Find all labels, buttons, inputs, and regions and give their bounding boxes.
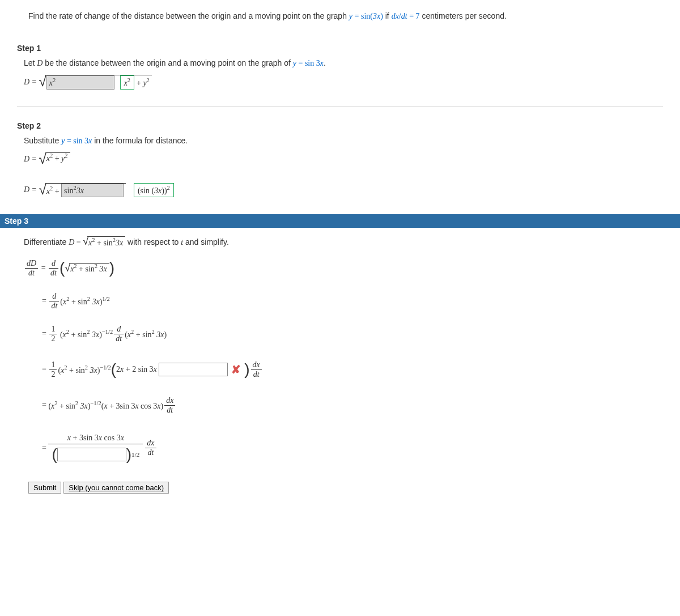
- step1-formula: D = √ x2 x2 + y2: [24, 75, 663, 90]
- step3-blank2-input[interactable]: [57, 448, 126, 461]
- step3-blank1-input[interactable]: [159, 363, 228, 376]
- wrong-icon: ✘: [231, 363, 241, 376]
- step2-text: Substitute y = sin 3x in the formula for…: [24, 136, 663, 146]
- step3-line3: = 12 (x2 + sin2 3x)−1/2 ddt (x2 + sin2 3…: [24, 325, 663, 343]
- step3-line2: = ddt (x2 + sin2 3x)1/2: [24, 292, 663, 311]
- skip-button[interactable]: Skip (you cannot come back): [63, 482, 169, 494]
- step3-line5: = (x2 + sin2 3x)−1/2(x + 3sin 3x cos 3x)…: [24, 396, 663, 415]
- step2-line2: D = √ x2 + sin23x (sin (3x))2: [24, 183, 663, 198]
- problem-suffix: centimeters per second.: [422, 11, 506, 20]
- step1-correct-answer: x2: [120, 75, 134, 90]
- submit-button[interactable]: Submit: [28, 482, 61, 494]
- problem-equation: y = sin(3x): [349, 12, 383, 20]
- step2-eq: y = sin 3x: [61, 137, 92, 145]
- problem-prefix: Find the rate of change of the distance …: [28, 11, 349, 20]
- step2-label: Step 2: [17, 121, 663, 130]
- step1-eq: y = sin 3x: [293, 59, 324, 67]
- step3-header: Step 3: [0, 214, 680, 228]
- step2-line1: D = √x2 + y2: [24, 152, 663, 166]
- problem-statement: Find the rate of change of the distance …: [28, 11, 663, 21]
- step3-line4: = 12 (x2 + sin2 3x)−1/2 ( 2x + 2 sin 3x …: [24, 360, 663, 379]
- problem-rate: dx/dt = 7: [392, 12, 420, 20]
- step2-input[interactable]: sin23x: [61, 184, 124, 198]
- step3-line1: dDdt = ddt ( √x2 + sin2 3x ): [24, 259, 663, 278]
- problem-middle: if: [385, 11, 392, 20]
- step1-text: Let D be the distance between the origin…: [24, 58, 663, 68]
- step3-text: Differentiate D = √x2 + sin23x with resp…: [24, 236, 663, 248]
- divider: [17, 107, 663, 107]
- step1-label: Step 1: [17, 44, 663, 53]
- step1-input[interactable]: x2: [46, 75, 114, 90]
- step3-line6: = x + 3sin 3x cos 3x ( ) 1/2 dxdt: [24, 432, 663, 465]
- step2-correct-answer: (sin (3x))2: [134, 183, 174, 197]
